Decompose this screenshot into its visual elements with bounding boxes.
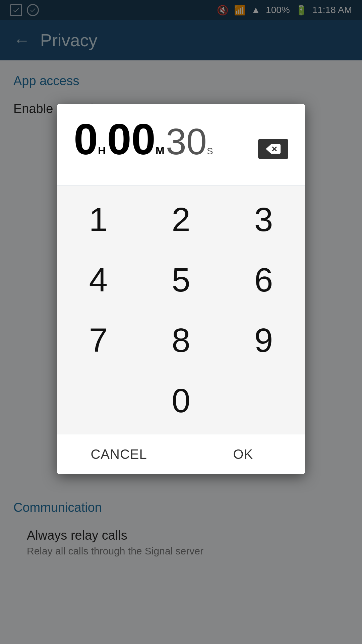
numpad-row-1: 1 2 3 [57,189,305,250]
hours-label: H [98,145,106,157]
time-display-row: 0 H 00 M 30 S [57,104,305,186]
seconds-value: 30 [166,123,207,160]
key-4[interactable]: 4 [61,250,135,310]
dialog-actions: CANCEL OK [57,434,305,474]
ok-button[interactable]: OK [181,434,305,474]
key-5[interactable]: 5 [144,250,218,310]
key-9[interactable]: 9 [227,310,301,370]
key-2[interactable]: 2 [144,189,218,250]
backspace-button[interactable] [258,139,288,159]
minutes-value: 00 [107,117,156,161]
key-7[interactable]: 7 [61,310,135,370]
key-8[interactable]: 8 [144,310,218,370]
number-pad: 1 2 3 4 5 6 7 8 9 0 [57,186,305,434]
numpad-row-2: 4 5 6 [57,250,305,310]
numpad-row-3: 7 8 9 [57,310,305,370]
numpad-row-4: 0 [57,370,305,431]
key-0[interactable]: 0 [144,370,218,431]
key-1[interactable]: 1 [61,189,135,250]
cancel-button[interactable]: CANCEL [57,434,181,474]
key-6[interactable]: 6 [227,250,301,310]
minutes-label: M [156,145,165,157]
modal-overlay: 0 H 00 M 30 S 1 2 3 4 5 6 [0,0,362,644]
hours-value: 0 [74,117,98,161]
seconds-label: S [207,146,213,157]
time-picker-dialog: 0 H 00 M 30 S 1 2 3 4 5 6 [57,104,305,474]
key-3[interactable]: 3 [227,189,301,250]
